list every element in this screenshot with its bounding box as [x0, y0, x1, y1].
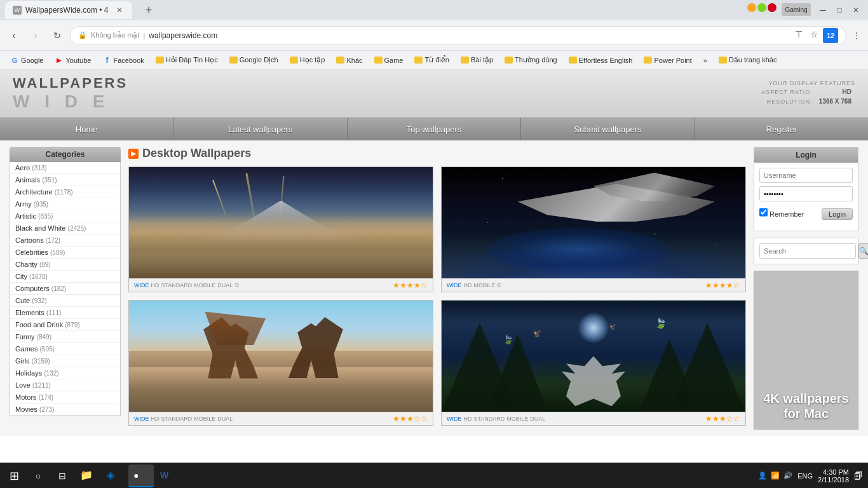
sidebar-item-architecture[interactable]: Architecture (1178) — [10, 186, 120, 198]
maximize-button[interactable] — [757, 3, 766, 12]
volume-icon[interactable]: 🔊 — [783, 471, 792, 480]
address-input[interactable]: 🔒 Không bảo mật | wallpaperswide.com ⊤ ☆… — [70, 26, 846, 45]
extensions-icon[interactable]: ⋮ — [850, 29, 863, 42]
sidebar-item-girls[interactable]: Girls (3159) — [10, 355, 120, 367]
nav-latest[interactable]: Latest wallpapers — [173, 118, 347, 140]
search-input[interactable] — [759, 243, 856, 259]
system-tray-icons: 👤 📶 🔊 — [758, 471, 792, 480]
taskbar-chrome[interactable]: ● — [128, 464, 154, 487]
nav-top[interactable]: Top wallpapers — [348, 118, 521, 140]
sidebar-item-cartoons[interactable]: Cartoons (172) — [10, 234, 120, 247]
sidebar-item-aero[interactable]: Aero (313) — [10, 162, 120, 174]
bookmark-effortless[interactable]: Effortless English — [564, 55, 638, 65]
back-button[interactable]: ‹ — [5, 27, 23, 44]
wallpaper-item-space[interactable]: WIDE HD MOBILE © ★★★★☆ — [441, 166, 746, 292]
network-icon[interactable]: 📶 — [771, 471, 780, 480]
taskbar-file-explorer[interactable]: 📁 — [75, 464, 100, 487]
sidebar-item-funny[interactable]: Funny (849) — [10, 331, 120, 343]
gaming-badge[interactable]: Gaming — [782, 3, 811, 16]
search-button-taskbar[interactable]: ○ — [27, 464, 50, 487]
folder-icon — [569, 57, 577, 64]
sidebar-item-black-white[interactable]: Black and White (2425) — [10, 222, 120, 234]
browser-tab[interactable]: W WallpapersWide.com • 4 ✕ — [5, 1, 132, 19]
forward-button[interactable]: › — [27, 27, 44, 44]
notification-icon[interactable]: 🗐 — [854, 471, 863, 481]
sidebar-item-artistic[interactable]: Artistic (835) — [10, 210, 120, 222]
sidebar-item-food-drink[interactable]: Food and Drink (879) — [10, 319, 120, 331]
wallpaper-image-mountain — [129, 167, 433, 278]
tab-close-button[interactable]: ✕ — [114, 5, 125, 15]
sidebar-item-charity[interactable]: Charity (89) — [10, 259, 120, 271]
wallpaper-item-mountain[interactable]: WIDE HD STANDARD MOBILE DUAL © ★★★★☆ — [128, 166, 433, 292]
facebook-favicon: f — [102, 56, 111, 65]
sidebar-item-animals[interactable]: Animals (351) — [10, 174, 120, 186]
sidebar-item-holidays[interactable]: Holidays (132) — [10, 367, 120, 379]
wp-link-wide[interactable]: WIDE — [134, 416, 149, 422]
bookmark-tu-dien[interactable]: Từ điển — [409, 55, 454, 65]
sidebar-item-computers[interactable]: Computers (182) — [10, 283, 120, 295]
folder-icon — [374, 57, 383, 64]
wallpaper-stars-space: ★★★★☆ — [705, 281, 740, 290]
sidebar-item-army[interactable]: Army (935) — [10, 198, 120, 210]
right-sidebar: Login Remember Login — [754, 147, 858, 430]
minimize-window-button[interactable]: ─ — [816, 3, 830, 17]
bookmark-hoi-dap[interactable]: Hỏi Đáp Tin Học — [151, 55, 223, 65]
taskbar-edge[interactable]: ◈ — [102, 464, 127, 487]
bookmark-more[interactable]: » — [698, 55, 712, 65]
task-view-button[interactable]: ⊟ — [51, 464, 74, 487]
sidebar-item-movies[interactable]: Movies (273) — [10, 403, 120, 416]
sidebar-item-city[interactable]: City (1670) — [10, 271, 120, 283]
sidebar-item-elements[interactable]: Elements (111) — [10, 307, 120, 319]
wallpaper-item-wolf[interactable]: 🦅 🦅 🍃 🍃 WIDE HD STANDARD — [441, 300, 746, 426]
translate-icon[interactable]: ⊤ — [792, 28, 805, 41]
address-separator: | — [143, 32, 145, 39]
remember-checkbox[interactable] — [759, 205, 768, 220]
browser-frame: W WallpapersWide.com • 4 ✕ + Gaming ─ □ … — [0, 0, 868, 488]
maximize-window-button[interactable]: □ — [832, 3, 846, 17]
username-input[interactable] — [759, 168, 853, 183]
taskbar-word[interactable]: W — [155, 464, 180, 487]
bookmark-khac[interactable]: Khác — [331, 55, 367, 65]
people-icon[interactable]: 👤 — [758, 471, 767, 480]
wallpaper-links-horse: WIDE HD STANDARD MOBILE DUAL — [134, 416, 233, 422]
sidebar-item-cute[interactable]: Cute (932) — [10, 295, 120, 307]
refresh-button[interactable]: ↻ — [48, 27, 66, 44]
bookmark-icon[interactable]: ☆ — [808, 28, 820, 41]
bookmark-dau-trang-khac[interactable]: Dấu trang khác — [714, 55, 782, 65]
site-header: WALLPAPERS W I D E YOUR DISPLAY FEATURES… — [0, 70, 868, 118]
wp-link-wide[interactable]: WIDE — [447, 282, 462, 288]
close-window-button[interactable]: ✕ — [849, 3, 863, 17]
logo-text-line2: W I D E — [13, 92, 128, 112]
bookmark-power-point[interactable]: Power Point — [639, 55, 696, 65]
nav-home[interactable]: Home — [0, 118, 173, 140]
minimize-button[interactable] — [747, 3, 756, 12]
bookmark-hoc-tap[interactable]: Học tập — [285, 55, 330, 65]
bookmark-google[interactable]: G Google — [5, 55, 48, 66]
close-button[interactable] — [768, 3, 776, 12]
wallpaper-item-horse[interactable]: WIDE HD STANDARD MOBILE DUAL ★★★☆☆ — [128, 300, 433, 426]
nav-register[interactable]: Register — [695, 118, 868, 140]
bookmark-google-dich[interactable]: Google Dịch — [224, 55, 283, 65]
bookmark-game[interactable]: Game — [369, 55, 409, 65]
sidebar-item-motors[interactable]: Motors (174) — [10, 391, 120, 403]
profile-badge[interactable]: 12 — [823, 28, 838, 43]
nav-submit[interactable]: Submit wallpapers — [521, 118, 695, 140]
categories-list: Aero (313) Animals (351) Architecture (1… — [10, 162, 121, 416]
sidebar-item-love[interactable]: Love (1211) — [10, 379, 120, 391]
folder-icon — [461, 57, 469, 64]
sidebar-item-games[interactable]: Games (505) — [10, 343, 120, 355]
bookmark-thuong-dung[interactable]: Thường dùng — [499, 55, 562, 65]
start-button[interactable]: ⊞ — [3, 464, 25, 487]
site-wrapper: WALLPAPERS W I D E YOUR DISPLAY FEATURES… — [0, 70, 868, 463]
password-input[interactable] — [759, 186, 853, 201]
sidebar-item-celebrities[interactable]: Celebrities (509) — [10, 247, 120, 259]
wp-link-wide[interactable]: WIDE — [134, 282, 149, 288]
login-button[interactable]: Login — [822, 208, 853, 220]
bookmark-bai-tap[interactable]: Bài tập — [456, 55, 498, 65]
bookmark-youtube[interactable]: ▶ Youtube — [50, 55, 96, 66]
wallpaper-stars-mountain: ★★★★☆ — [393, 281, 428, 290]
search-button[interactable]: 🔍 — [858, 243, 868, 259]
wp-link-wide[interactable]: WIDE — [447, 416, 462, 422]
new-tab-button[interactable]: + — [140, 1, 158, 19]
bookmark-facebook[interactable]: f Facebook — [97, 55, 149, 66]
